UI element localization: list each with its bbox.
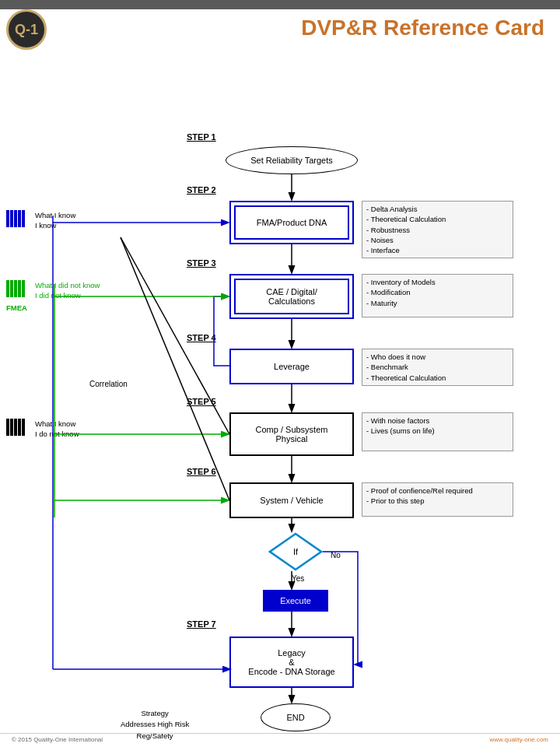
end-node: END bbox=[261, 703, 331, 731]
step3-label: STEP 3 bbox=[187, 258, 216, 268]
step7-node: Legacy & Encode - DNA Storage bbox=[229, 637, 354, 688]
copyright: © 2015 Quality-One International bbox=[12, 736, 103, 743]
step4-label: STEP 4 bbox=[187, 333, 216, 342]
left-label2: What I did not know I did not know bbox=[35, 280, 100, 301]
step3-node: CAE / Digital/ Calculations bbox=[229, 274, 354, 319]
step3-notes: - Inventory of Models - Modification - M… bbox=[362, 274, 513, 317]
execute-node: Execute bbox=[263, 590, 328, 612]
step6-notes: - Proof of confience/Rel required - Prio… bbox=[362, 482, 513, 517]
step5-label: STEP 5 bbox=[187, 397, 216, 406]
if-diamond: If bbox=[268, 532, 323, 571]
correlation-label: Correlation bbox=[89, 380, 128, 388]
barcode1 bbox=[6, 210, 25, 227]
step2-notes: - Delta Analysis - Theoretical Calculati… bbox=[362, 201, 513, 258]
step7-label: STEP 7 bbox=[187, 619, 216, 629]
step6-node: System / Vehicle bbox=[229, 482, 354, 518]
logo: Q-1 bbox=[6, 9, 47, 50]
left-label1: What I know I know bbox=[35, 210, 75, 231]
step6-label: STEP 6 bbox=[187, 467, 216, 476]
barcode2 bbox=[6, 280, 25, 297]
footer: © 2015 Quality-One International www.qua… bbox=[0, 733, 560, 743]
step5-notes: - With noise factors - Lives (sums on li… bbox=[362, 412, 513, 451]
page-title: DVP&R Reference Card bbox=[301, 16, 544, 40]
fmea-label: FMEA bbox=[6, 303, 27, 312]
step4-notes: - Who does it now - Benchmark - Theoreti… bbox=[362, 349, 513, 386]
step1-node: Set Reliability Targets bbox=[226, 146, 358, 174]
svg-line-17 bbox=[121, 237, 229, 500]
left-label3: What I know I do not know bbox=[35, 419, 79, 440]
step5-node: Comp / Subsystem Physical bbox=[229, 412, 354, 456]
step1-label: STEP 1 bbox=[187, 132, 216, 142]
step4-node: Leverage bbox=[229, 349, 354, 384]
website-link[interactable]: www.quality-one.com bbox=[489, 736, 548, 743]
barcode3 bbox=[6, 419, 25, 436]
no-label: No bbox=[331, 551, 341, 559]
yes-label: Yes bbox=[292, 574, 304, 583]
step2-node: FMA/Product DNA bbox=[229, 201, 354, 244]
step2-label: STEP 2 bbox=[187, 185, 216, 195]
